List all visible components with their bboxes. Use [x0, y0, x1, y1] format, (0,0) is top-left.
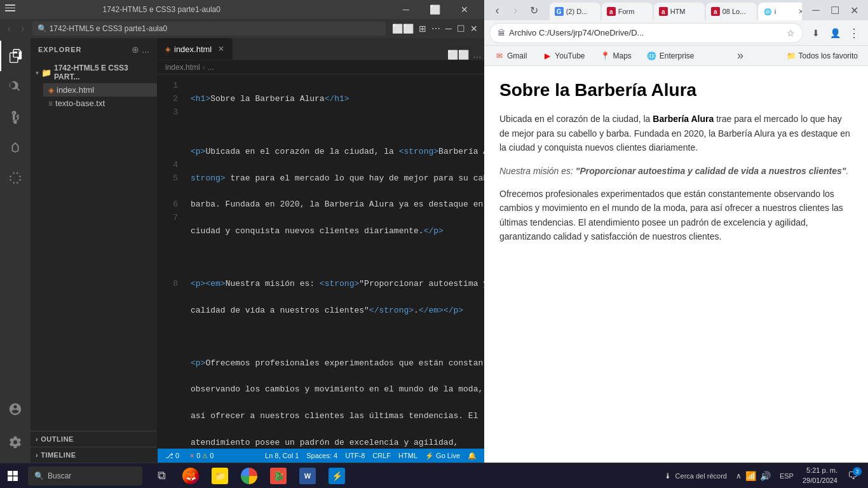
youtube-icon: ▶: [542, 51, 552, 61]
ln-col-status[interactable]: Ln 8, Col 1: [262, 452, 301, 460]
volume-icon[interactable]: 🔊: [760, 471, 771, 481]
search-text: 1742-HTML5 e CSS3 parte1-aula0: [50, 24, 167, 33]
sidebar-more-icon[interactable]: ...: [142, 44, 149, 55]
tab5-close-icon[interactable]: ✕: [798, 8, 802, 16]
taskbar-search-bar[interactable]: 🔍 Buscar: [28, 466, 142, 485]
close-button[interactable]: ✕: [450, 0, 479, 19]
maximize-button[interactable]: ⬜: [421, 0, 450, 19]
git-icon: ⎇: [165, 452, 173, 460]
file-texto-base-txt[interactable]: ≡ texto-base.txt: [43, 97, 157, 110]
minimize-browser-btn[interactable]: ─: [807, 1, 825, 19]
code-line-4: [191, 251, 484, 264]
encoding-status[interactable]: UTF-8: [342, 452, 367, 460]
mission-bold: "Proporcionar autoestima y calidad de vi…: [576, 166, 846, 176]
close-browser-btn[interactable]: ✕: [845, 1, 863, 19]
settings-activity-btn[interactable]: [0, 427, 31, 458]
close-icon[interactable]: ✕: [469, 22, 479, 35]
timeline-toggle[interactable]: › TIMELINE: [31, 447, 157, 463]
browser-tab-5[interactable]: 🌐 i ✕: [758, 3, 802, 20]
browser-tab-2[interactable]: a Form: [602, 3, 653, 20]
maximize-browser-btn[interactable]: ☐: [826, 1, 844, 19]
browser-chrome: ‹ › ↻ G (2) D... a Form a HTM: [484, 0, 868, 66]
extensions-activity-btn[interactable]: [0, 163, 31, 193]
status-right-items: Ln 8, Col 1 Spaces: 4 UTF-8 CRLF HTML ⚡ …: [262, 452, 479, 460]
breadcrumb-file[interactable]: index.html: [165, 63, 200, 72]
bookmark-maps[interactable]: 📍 Maps: [595, 50, 637, 62]
word-btn[interactable]: W: [294, 463, 322, 489]
more-icon[interactable]: ⋯: [430, 22, 442, 35]
browser-forward-button[interactable]: ›: [508, 1, 524, 19]
errors-status[interactable]: ✕ 0 ⚠ 0: [187, 452, 216, 459]
address-text: Archivo C:/Users/jrp74/OneDrive/D...: [509, 28, 783, 37]
profiles-icon[interactable]: 👤: [826, 24, 844, 42]
settings-icon[interactable]: ⋮: [845, 24, 863, 42]
show-hidden-icon[interactable]: ∧: [736, 471, 742, 480]
bookmark-enterprise[interactable]: 🌐 Enterprise: [642, 50, 700, 62]
bookmarks-folder[interactable]: 📁 Todos los favorito: [782, 50, 863, 62]
browser-address-bar[interactable]: 🏛 Archivo C:/Users/jrp74/OneDrive/D... ☆: [489, 23, 803, 43]
bookmarks-more-icon[interactable]: »: [737, 49, 743, 62]
source-control-activity-btn[interactable]: [0, 102, 31, 132]
run-activity-btn[interactable]: [0, 132, 31, 163]
browser-back-button[interactable]: ‹: [489, 1, 505, 19]
vscode-btn[interactable]: ⚡: [323, 463, 351, 489]
browser-address-row: 🏛 Archivo C:/Users/jrp74/OneDrive/D... ☆…: [484, 20, 868, 46]
system-tray-icons: 🌡 Cerca del récord: [660, 471, 731, 480]
split-view-icon[interactable]: ⬜⬜: [447, 50, 469, 60]
search-activity-btn[interactable]: [0, 71, 31, 102]
bookmark-star-icon[interactable]: ☆: [787, 28, 795, 38]
maximize-icon[interactable]: ☐: [456, 22, 466, 35]
project-folder: ▾ 📁 1742-HTML5 E CSS3 PART... ◈ index.ht…: [31, 60, 157, 111]
chrome-btn[interactable]: [235, 463, 263, 489]
unknown-app-btn[interactable]: 🐉: [264, 463, 292, 489]
download-icon[interactable]: ⬇: [807, 24, 825, 42]
spaces-status[interactable]: Spaces: 4: [304, 452, 340, 460]
fileexplorer-btn[interactable]: 📁: [206, 463, 234, 489]
clock[interactable]: 5:21 p. m. 29/01/2024: [799, 466, 841, 485]
account-activity-btn[interactable]: [0, 394, 31, 424]
language-status[interactable]: HTML: [396, 452, 420, 460]
outline-label: OUTLINE: [41, 435, 74, 443]
bell-status[interactable]: 🔔: [465, 452, 479, 460]
minimize-button[interactable]: ─: [391, 0, 421, 19]
editor-more-icon[interactable]: …: [473, 50, 482, 60]
breadcrumb-symbol[interactable]: ...: [208, 63, 214, 72]
page-heading: Sobre la Barbería Alura: [499, 79, 853, 102]
notification-btn[interactable]: 🗨 3: [843, 463, 863, 489]
taskbar-search-icon: 🔍: [34, 471, 44, 480]
file-index-html[interactable]: ◈ index.html: [43, 83, 157, 97]
hamburger-menu-icon[interactable]: [5, 4, 15, 15]
back-button[interactable]: ‹: [5, 22, 13, 36]
network-icon[interactable]: 📶: [745, 471, 756, 481]
editor-tab-index-html[interactable]: ◈ index.html ✕: [158, 38, 233, 60]
weather-icon[interactable]: 🌡: [664, 471, 672, 480]
browser-refresh-button[interactable]: ↻: [526, 1, 542, 19]
new-file-icon[interactable]: ⊕: [132, 44, 139, 55]
forward-button[interactable]: ›: [18, 22, 27, 36]
browser-tab-1[interactable]: G (2) D...: [550, 3, 600, 20]
git-branch-status[interactable]: ⎇ 0: [163, 452, 182, 460]
split-editor-icon[interactable]: ⬜⬜: [391, 22, 415, 35]
start-button[interactable]: [0, 463, 25, 489]
tab-close-icon[interactable]: ✕: [218, 44, 224, 53]
eol-status[interactable]: CRLF: [370, 452, 393, 460]
enterprise-icon: 🌐: [647, 51, 657, 61]
code-content[interactable]: <h1>Sobre la Barbería Alura</h1> <p>Ubic…: [183, 74, 484, 449]
folder-toggle[interactable]: ▾ 📁 1742-HTML5 E CSS3 PART...: [31, 62, 157, 83]
command-search-bar[interactable]: 🔍 1742-HTML5 e CSS3 parte1-aula0: [32, 22, 386, 36]
line-num-empty3: [158, 146, 178, 159]
timeline-arrow-icon: ›: [36, 451, 38, 459]
bookmark-youtube[interactable]: ▶ YouTube: [537, 50, 590, 62]
code-editor[interactable]: 1 2 3 4 5 6 7: [158, 74, 484, 449]
layout-icon[interactable]: ⊞: [417, 22, 428, 35]
bookmark-gmail[interactable]: ✉ Gmail: [489, 50, 532, 62]
firefox-btn[interactable]: 🦊: [177, 463, 205, 489]
taskview-btn[interactable]: ⧉: [147, 463, 175, 489]
language-text[interactable]: ESP: [780, 472, 794, 480]
browser-tab-4[interactable]: a 08 Lo...: [706, 3, 757, 20]
golive-status[interactable]: ⚡ Go Live: [423, 452, 463, 460]
outline-toggle[interactable]: › OUTLINE: [31, 431, 157, 447]
explorer-activity-btn[interactable]: [0, 41, 31, 71]
browser-tab-3[interactable]: a HTM: [654, 3, 705, 20]
minimize-icon[interactable]: ─: [444, 22, 453, 35]
